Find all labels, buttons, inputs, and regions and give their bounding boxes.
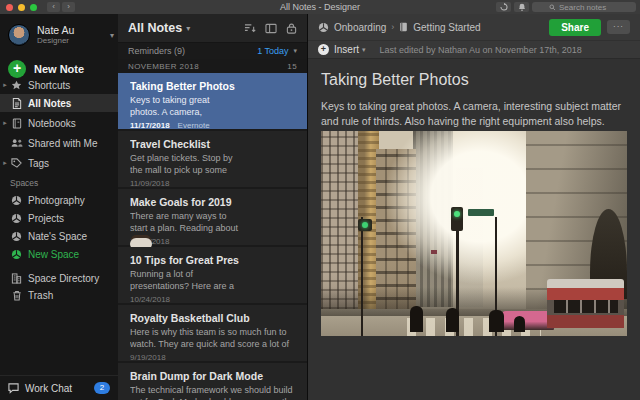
forward-button[interactable]: › bbox=[62, 2, 75, 12]
sidebar-item-shared-with-me[interactable]: Shared with Me bbox=[0, 134, 118, 152]
disclosure-icon[interactable]: ▸ bbox=[0, 81, 10, 89]
building-icon bbox=[10, 273, 23, 284]
space-icon bbox=[318, 22, 329, 33]
note-card[interactable]: Royalty Basketball Club Here is why this… bbox=[118, 305, 307, 363]
taxi bbox=[502, 311, 554, 329]
note-content[interactable]: Taking Better Photos Keys to taking grea… bbox=[308, 58, 640, 400]
note-card[interactable]: Taking Better Photos Keys to taking grea… bbox=[118, 73, 307, 131]
note-tag: Evernote bbox=[178, 121, 210, 130]
notes-list-header: All Notes ▾ bbox=[118, 14, 307, 42]
spaces-section-label: Spaces bbox=[10, 178, 38, 188]
sidebar-item-new-space[interactable]: New Space bbox=[0, 245, 118, 263]
more-options-button[interactable]: ··· bbox=[607, 20, 630, 34]
chevron-down-icon[interactable]: ▾ bbox=[293, 47, 297, 55]
chevron-right-icon: › bbox=[391, 22, 394, 32]
sync-icon bbox=[500, 3, 508, 11]
star-icon bbox=[10, 80, 23, 91]
account-switcher[interactable]: Nate Au Designer ▾ bbox=[8, 20, 114, 50]
search-field[interactable] bbox=[532, 2, 636, 12]
bell-icon bbox=[518, 3, 526, 11]
note-toolbar: Onboarding › Getting Started Share ··· bbox=[308, 14, 640, 40]
reminders-label: Reminders (9) bbox=[128, 46, 185, 56]
sidebar-item-space-directory[interactable]: Space Directory bbox=[0, 269, 118, 287]
close-button[interactable] bbox=[6, 4, 13, 11]
space-icon bbox=[10, 249, 23, 260]
back-button[interactable]: ‹ bbox=[47, 2, 60, 12]
share-button[interactable]: Share bbox=[549, 19, 601, 36]
sidebar: Nate Au Designer ▾ + New Note ▸ Shortcut… bbox=[0, 14, 118, 400]
sidebar-item-trash[interactable]: Trash bbox=[0, 286, 118, 304]
disclosure-icon[interactable]: ▸ bbox=[0, 159, 10, 167]
last-edited-text: Last edited by Nathan Au on November 17t… bbox=[380, 45, 582, 55]
month-section-header: NOVEMBER 2018 15 bbox=[118, 59, 307, 73]
space-icon bbox=[10, 213, 23, 224]
street-sign bbox=[468, 209, 494, 216]
titlebar: ‹ › All Notes - Designer bbox=[0, 0, 640, 14]
tag-icon bbox=[10, 158, 23, 169]
user-name: Nate Au bbox=[37, 24, 74, 36]
trash-icon bbox=[10, 290, 23, 301]
sort-options-icon[interactable] bbox=[244, 23, 256, 34]
note-card[interactable]: Brain Dump for Dark Mode The technical f… bbox=[118, 363, 307, 400]
notebook-icon bbox=[10, 118, 23, 129]
insert-button[interactable]: Insert bbox=[334, 44, 359, 55]
breadcrumb-space[interactable]: Onboarding bbox=[334, 22, 386, 33]
minimize-button[interactable] bbox=[18, 4, 25, 11]
note-editor-panel: Onboarding › Getting Started Share ··· +… bbox=[308, 14, 640, 400]
sidebar-item-nates-space[interactable]: Nate's Space bbox=[0, 227, 118, 245]
notebook-icon bbox=[399, 22, 408, 32]
sidebar-item-tags[interactable]: ▸ Tags bbox=[0, 154, 118, 172]
work-chat-button[interactable]: Work Chat 2 bbox=[0, 375, 118, 400]
note-photo-city-street[interactable] bbox=[321, 131, 627, 336]
space-icon bbox=[10, 195, 23, 206]
traffic-light bbox=[451, 207, 463, 231]
note-title[interactable]: Taking Better Photos bbox=[321, 71, 469, 89]
note-date: 11/17/2018 bbox=[130, 121, 170, 130]
traffic-light bbox=[358, 219, 372, 231]
disclosure-icon[interactable]: ▸ bbox=[0, 119, 10, 127]
notifications-button[interactable] bbox=[514, 2, 529, 12]
work-chat-badge: 2 bbox=[94, 382, 110, 394]
chevron-down-icon[interactable]: ▾ bbox=[362, 46, 366, 54]
note-date: 10/24/2018 bbox=[130, 295, 170, 304]
insert-bar: + Insert ▾ Last edited by Nathan Au on N… bbox=[308, 40, 640, 58]
reminders-row[interactable]: Reminders (9) 1 Today ▾ bbox=[118, 42, 307, 59]
sidebar-item-all-notes[interactable]: All Notes bbox=[0, 94, 118, 112]
evernote-window: ‹ › All Notes - Designer Nate Au Designe… bbox=[0, 0, 640, 400]
breadcrumb-notebook[interactable]: Getting Started bbox=[413, 22, 480, 33]
section-count: 15 bbox=[287, 62, 297, 71]
sidebar-item-projects[interactable]: Projects bbox=[0, 209, 118, 227]
avatar bbox=[8, 24, 30, 46]
note-date: 11/09/2018 bbox=[130, 179, 169, 188]
note-cards: Taking Better Photos Keys to taking grea… bbox=[118, 73, 307, 400]
space-icon bbox=[10, 231, 23, 242]
search-input[interactable] bbox=[559, 3, 619, 12]
note-date: 9/19/2018 bbox=[130, 353, 166, 362]
chevron-down-icon: ▾ bbox=[110, 31, 114, 40]
chevron-down-icon[interactable]: ▾ bbox=[186, 24, 190, 33]
bus bbox=[547, 279, 624, 328]
insert-plus-icon: + bbox=[318, 44, 329, 55]
note-card[interactable]: 10 Tips for Great Presentations Running … bbox=[118, 247, 307, 305]
note-body[interactable]: Keys to taking great photos. A camera, i… bbox=[321, 99, 633, 128]
sidebar-item-photography[interactable]: Photography bbox=[0, 191, 118, 209]
sidebar-item-notebooks[interactable]: ▸ Notebooks bbox=[0, 114, 118, 132]
breadcrumb: Onboarding › Getting Started bbox=[318, 22, 481, 33]
note-card[interactable]: Travel Checklist Get plane tickets. Stop… bbox=[118, 131, 307, 189]
user-role: Designer bbox=[37, 36, 74, 45]
zoom-button[interactable] bbox=[30, 4, 37, 11]
sync-button[interactable] bbox=[496, 2, 511, 12]
notes-list-panel: All Notes ▾ Reminders (9) 1 Today ▾ NOVE… bbox=[118, 14, 308, 400]
note-card[interactable]: Make Goals for 2019 There are many ways … bbox=[118, 189, 307, 247]
reminders-today[interactable]: 1 Today bbox=[257, 46, 288, 56]
notes-list-title[interactable]: All Notes bbox=[128, 21, 182, 35]
chat-icon bbox=[8, 383, 19, 394]
people-icon bbox=[10, 138, 23, 148]
sidebar-item-shortcuts[interactable]: ▸ Shortcuts bbox=[0, 76, 118, 94]
note-icon bbox=[10, 98, 23, 109]
view-options-icon[interactable] bbox=[265, 23, 277, 34]
lock-icon[interactable] bbox=[286, 23, 297, 34]
search-icon bbox=[549, 4, 556, 11]
